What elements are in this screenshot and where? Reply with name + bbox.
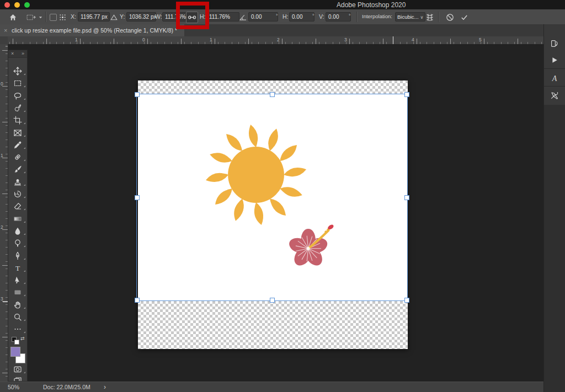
- home-icon[interactable]: [8, 12, 18, 22]
- interpolation-dropdown[interactable]: Bicubic...∨: [395, 12, 425, 22]
- skew-v-field[interactable]: 0.00: [326, 12, 351, 22]
- y-position-field[interactable]: 1036.32 px: [126, 12, 156, 22]
- rectangle-tool[interactable]: [8, 286, 27, 298]
- screen-mode-button[interactable]: [8, 374, 27, 382]
- healing-brush-tool[interactable]: [8, 151, 27, 163]
- lasso-tool[interactable]: [8, 90, 27, 102]
- preset-caret-icon[interactable]: [38, 12, 42, 22]
- brush-tool[interactable]: [8, 163, 27, 175]
- type-tool[interactable]: T: [8, 262, 27, 274]
- ruler-label: 1: [210, 37, 212, 42]
- commit-transform-icon[interactable]: [459, 12, 469, 22]
- rectangular-marquee-tool[interactable]: [8, 77, 27, 89]
- rotate-angle-icon[interactable]: [238, 12, 247, 22]
- transform-preset-icon[interactable]: [25, 12, 38, 22]
- reference-point-checkbox[interactable]: [50, 14, 57, 21]
- titlebar: Adobe Photoshop 2020: [0, 0, 565, 9]
- window-close-button[interactable]: [4, 2, 10, 8]
- ruler-cursor-marker: [3, 302, 8, 302]
- y-label: Y:: [120, 13, 125, 20]
- pen-tool[interactable]: [8, 250, 27, 262]
- dock-separator: [544, 86, 565, 87]
- dodge-tool[interactable]: [8, 237, 27, 249]
- warp-mode-icon[interactable]: [425, 12, 435, 22]
- panel-collapse-icon[interactable]: »: [22, 51, 24, 56]
- height-label: H:: [200, 13, 206, 20]
- path-selection-tool[interactable]: [8, 274, 27, 286]
- ruler-label: 2: [1, 224, 3, 230]
- photoshop-window: Adobe Photoshop 2020 X: 1195.77 px: [0, 0, 565, 392]
- dropdown-caret-icon: ∨: [420, 15, 424, 20]
- width-label: W:: [155, 13, 162, 20]
- zoom-level-field[interactable]: 50%: [8, 384, 19, 390]
- default-background-swatch: [14, 340, 19, 345]
- skew-h-unit: °: [312, 13, 315, 19]
- ruler-cursor-marker: [393, 36, 393, 44]
- actions-panel-icon[interactable]: [544, 52, 565, 68]
- panel-dock-lower: [543, 105, 565, 392]
- maintain-aspect-ratio-link-icon[interactable]: [186, 12, 198, 23]
- glyphs-panel-icon[interactable]: A: [544, 70, 565, 87]
- history-brush-tool[interactable]: [8, 188, 27, 200]
- ruler-label: 3: [1, 296, 3, 302]
- reference-point-grid-icon[interactable]: [58, 12, 66, 22]
- window-maximize-button[interactable]: [24, 2, 30, 8]
- skew-h-field[interactable]: 0.00: [289, 12, 315, 22]
- tools-panel-icon[interactable]: [544, 87, 565, 104]
- transform-handle-n[interactable]: [270, 92, 275, 97]
- interpolation-label: Interpolation:: [362, 13, 392, 19]
- relative-positioning-delta-icon[interactable]: [110, 12, 118, 22]
- svg-text:T: T: [15, 264, 20, 272]
- transform-handle-nw[interactable]: [135, 92, 140, 97]
- edit-toolbar-ellipsis[interactable]: [8, 323, 27, 335]
- hand-tool[interactable]: [8, 299, 27, 311]
- eraser-tool[interactable]: [8, 200, 27, 212]
- quick-selection-tool[interactable]: [8, 102, 27, 114]
- cancel-transform-icon[interactable]: [445, 12, 455, 22]
- status-chevron-icon[interactable]: ›: [104, 383, 106, 391]
- tools-panel: × » T ⇄: [8, 50, 28, 382]
- ruler-label: 0: [1, 81, 3, 87]
- panel-close-icon[interactable]: ×: [11, 51, 14, 56]
- transform-bounding-box[interactable]: [136, 94, 408, 301]
- transform-handle-ne[interactable]: [404, 92, 409, 97]
- skew-v-unit: °: [349, 13, 351, 19]
- gradient-tool[interactable]: [8, 213, 27, 225]
- crop-tool[interactable]: [8, 114, 27, 126]
- status-bar: 50% Doc: 22.0M/25.0M ›: [0, 382, 543, 392]
- transform-handle-e[interactable]: [404, 195, 409, 200]
- options-divider: [356, 12, 358, 22]
- history-panel-icon[interactable]: [544, 35, 565, 52]
- height-field[interactable]: 111.76%: [206, 12, 239, 22]
- zoom-tool[interactable]: [8, 311, 27, 323]
- eyedropper-tool[interactable]: [8, 139, 27, 151]
- frame-tool[interactable]: [8, 127, 27, 139]
- width-field[interactable]: 111.76%: [162, 12, 189, 22]
- blur-tool[interactable]: [8, 225, 27, 237]
- clone-stamp-tool[interactable]: [8, 176, 27, 188]
- swap-colors-icon[interactable]: ⇄: [20, 336, 25, 341]
- ruler-label: 3: [344, 37, 347, 42]
- transform-handle-w[interactable]: [135, 195, 140, 200]
- tab-title: click up resize example file.psd @ 50% (…: [12, 27, 177, 34]
- document-size-status: Doc: 22.0M/25.0M: [43, 384, 90, 390]
- transform-handle-se[interactable]: [404, 298, 409, 303]
- quick-mask-button[interactable]: [8, 363, 27, 375]
- rotation-unit: °: [276, 13, 278, 19]
- default-colors-icon[interactable]: [12, 337, 19, 345]
- svg-text:A: A: [552, 74, 557, 83]
- tab-close-icon[interactable]: ×: [4, 27, 7, 34]
- foreground-color-swatch[interactable]: [10, 347, 20, 357]
- horizontal-ruler[interactable]: 1012345: [8, 36, 543, 45]
- transform-handle-sw[interactable]: [135, 298, 140, 303]
- vertical-ruler[interactable]: 0123: [0, 44, 8, 382]
- document-tab[interactable]: × click up resize example file.psd @ 50%…: [0, 24, 184, 36]
- transform-handle-s[interactable]: [270, 298, 275, 303]
- x-position-field[interactable]: 1195.77 px: [78, 12, 110, 22]
- rotation-field[interactable]: 0.00: [248, 12, 278, 22]
- window-minimize-button[interactable]: [14, 2, 20, 8]
- tools-panel-header[interactable]: × »: [8, 50, 27, 58]
- move-tool[interactable]: [8, 65, 27, 77]
- options-divider: [45, 12, 46, 22]
- ruler-label: 1: [75, 37, 78, 42]
